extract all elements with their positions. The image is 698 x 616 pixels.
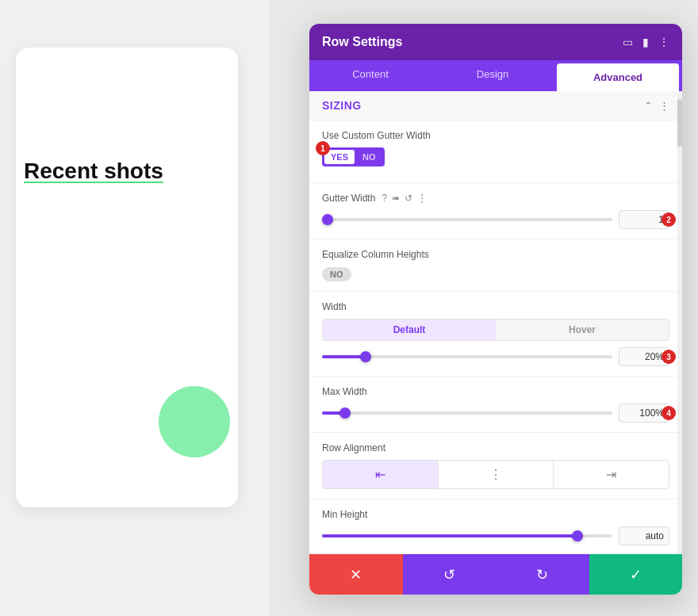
min-height-slider[interactable] — [322, 528, 612, 544]
row-settings-panel: Row Settings ▭ ▮ ⋮ Content Design Advanc… — [309, 24, 682, 595]
gutter-width-label-row: Gutter Width ? ➠ ↺ ⋮ — [322, 193, 669, 204]
badge-3: 3 — [662, 350, 676, 364]
tab-advanced[interactable]: Advanced — [557, 63, 679, 91]
more-icon[interactable]: ⋮ — [658, 36, 669, 48]
max-width-slider-row: 4 — [322, 404, 669, 423]
align-center-btn[interactable]: ⋮ — [439, 461, 554, 488]
tab-content[interactable]: Content — [309, 60, 431, 91]
gutter-width-slider[interactable] — [322, 212, 612, 228]
gutter-toggle-row: 1 YES NO — [322, 147, 669, 166]
field-width: Width Default Hover 3 — [309, 292, 682, 377]
badge-2: 2 — [662, 212, 676, 227]
min-height-input[interactable] — [619, 526, 669, 545]
align-left-btn[interactable]: ⇤ — [323, 461, 439, 488]
reset-icon[interactable]: ↺ — [405, 193, 412, 204]
section-header-actions: ⌃ ⋮ — [644, 100, 669, 112]
label-equalize-heights: Equalize Column Heights — [322, 249, 669, 260]
panel-header: Row Settings ▭ ▮ ⋮ — [309, 24, 682, 60]
section-title-sizing: Sizing — [322, 99, 362, 112]
min-height-slider-row — [322, 526, 669, 545]
tab-hover[interactable]: Hover — [496, 319, 669, 340]
equalize-heights-toggle[interactable]: NO — [322, 267, 351, 281]
cancel-button[interactable]: ✕ — [309, 554, 403, 595]
width-tab-toggle: Default Hover — [322, 319, 669, 341]
field-gutter-width: Gutter Width ? ➠ ↺ ⋮ 2 — [309, 183, 682, 239]
label-row-alignment: Row Alignment — [322, 442, 669, 453]
scrollbar-track — [677, 91, 682, 553]
section-header-sizing: Sizing ⌃ ⋮ — [309, 91, 682, 121]
width-slider[interactable] — [322, 349, 612, 365]
gutter-width-icons: ? ➠ ↺ ⋮ — [382, 193, 427, 204]
label-width: Width — [322, 301, 669, 312]
recent-shots-label: Recent shots — [24, 159, 163, 184]
field-use-custom-gutter: Use Custom Gutter Width 1 YES NO — [309, 121, 682, 183]
align-right-btn[interactable]: ⇥ — [554, 461, 669, 488]
field-equalize-heights: Equalize Column Heights NO — [309, 239, 682, 292]
field-label-gutter: Use Custom Gutter Width — [322, 130, 669, 141]
gutter-width-slider-row: 2 — [322, 210, 669, 229]
panel-footer: ✕ ↺ ↻ ✓ — [309, 553, 682, 595]
more-options-icon[interactable]: ⋮ — [417, 193, 427, 204]
section-more-icon[interactable]: ⋮ — [659, 100, 669, 112]
badge-1: 1 — [316, 141, 330, 155]
field-min-height: Min Height — [309, 499, 682, 553]
label-min-height: Min Height — [322, 509, 669, 520]
max-width-slider[interactable] — [322, 405, 612, 421]
alignment-buttons: ⇤ ⋮ ⇥ — [322, 460, 669, 489]
label-gutter-width: Gutter Width — [322, 193, 375, 204]
undo-button[interactable]: ↺ — [403, 554, 497, 595]
toggle-no-option[interactable]: NO — [356, 150, 382, 164]
panel-tabs: Content Design Advanced — [309, 60, 682, 91]
label-max-width: Max Width — [322, 386, 669, 397]
tab-design[interactable]: Design — [431, 60, 554, 91]
gutter-width-value-wrapper: 2 — [619, 210, 669, 229]
scrollbar-thumb[interactable] — [677, 99, 682, 147]
field-max-width: Max Width 4 — [309, 377, 682, 433]
badge-1-wrapper: 1 YES NO — [322, 147, 385, 166]
panel-header-icons: ▭ ▮ ⋮ — [623, 36, 669, 48]
badge-4: 4 — [662, 406, 676, 420]
use-custom-gutter-toggle[interactable]: YES NO — [322, 147, 385, 166]
toggle-yes-option[interactable]: YES — [324, 150, 355, 164]
max-width-value-wrapper: 4 — [619, 404, 669, 423]
redo-button[interactable]: ↻ — [496, 554, 589, 595]
confirm-button[interactable]: ✓ — [589, 554, 683, 595]
width-value-wrapper: 3 — [619, 347, 669, 366]
tab-default[interactable]: Default — [323, 319, 496, 340]
collapse-icon[interactable]: ⌃ — [644, 100, 653, 112]
background-panel: Recent shots — [0, 0, 270, 616]
green-circle-decoration — [159, 386, 230, 457]
columns-icon[interactable]: ▮ — [642, 36, 649, 48]
panel-body: Sizing ⌃ ⋮ Use Custom Gutter Width 1 YES… — [309, 91, 682, 553]
width-slider-row: 3 — [322, 347, 669, 366]
field-row-alignment: Row Alignment ⇤ ⋮ ⇥ — [309, 433, 682, 499]
cursor-icon[interactable]: ➠ — [392, 193, 400, 204]
panel-title: Row Settings — [322, 35, 402, 49]
help-icon[interactable]: ? — [382, 193, 387, 204]
fullscreen-icon[interactable]: ▭ — [623, 36, 633, 48]
